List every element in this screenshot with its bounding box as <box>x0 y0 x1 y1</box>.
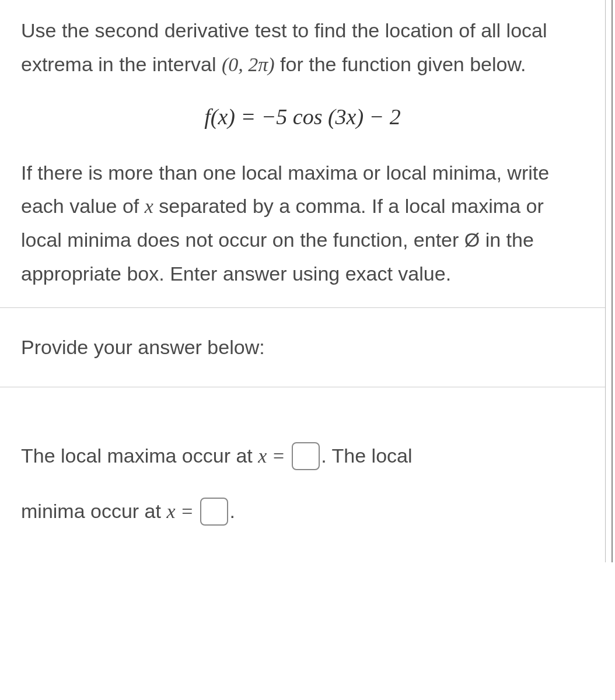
answer-line: The local maxima occur at x = . The loca… <box>21 428 584 539</box>
maxima-input[interactable] <box>292 442 320 470</box>
q-interval: (0, 2π) <box>222 54 275 75</box>
equation-block: f(x) = −5 cos (3x) − 2 <box>21 104 584 130</box>
maxima-post: . The local <box>321 444 412 467</box>
equation-text: f(x) = −5 cos (3x) − 2 <box>204 104 401 129</box>
minima-input[interactable] <box>200 498 228 526</box>
question-text-1: Use the second derivative test to find t… <box>21 14 584 82</box>
prompt-section: Provide your answer below: <box>0 308 605 387</box>
q-part1-post: for the function given below. <box>275 53 526 75</box>
question-text-2: If there is more than one local maxima o… <box>21 156 584 291</box>
x-equals-1: x = <box>258 445 285 467</box>
minima-post: . <box>229 500 235 522</box>
provide-answer-label: Provide your answer below: <box>21 336 584 359</box>
empty-set-symbol: Ø <box>464 229 480 251</box>
maxima-pre: The local maxima occur at <box>21 444 258 467</box>
x-equals-2: x = <box>166 501 194 522</box>
minima-pre: minima occur at <box>21 500 166 522</box>
var-x: x <box>145 195 153 217</box>
answer-section: The local maxima occur at x = . The loca… <box>0 387 605 562</box>
question-section: Use the second derivative test to find t… <box>0 0 605 308</box>
